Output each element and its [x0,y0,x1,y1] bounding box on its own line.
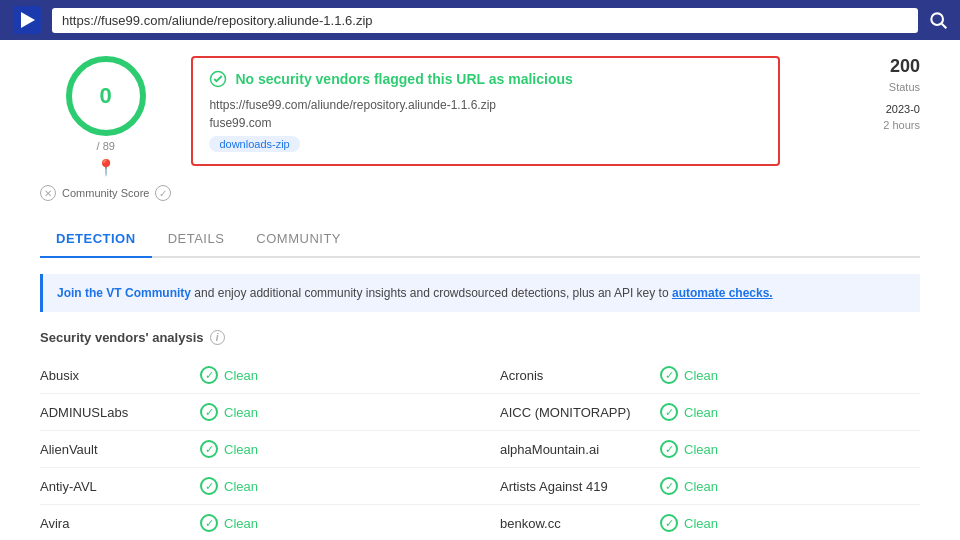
vendor-status: ✓ Clean [660,477,718,495]
date-value: 2023-0 [886,103,920,115]
url-input[interactable] [52,8,918,33]
clean-check-icon: ✓ [660,514,678,532]
table-row: alphaMountain.ai ✓ Clean [480,431,920,468]
vendor-name: AlienVault [40,442,200,457]
safe-message: No security vendors flagged this URL as … [235,71,572,87]
table-row: Artists Against 419 ✓ Clean [480,468,920,505]
vendor-name: alphaMountain.ai [500,442,660,457]
logo-icon [13,6,41,34]
status-label: Status [889,81,920,93]
clean-check-icon: ✓ [200,366,218,384]
vendor-name: Antiy-AVL [40,479,200,494]
table-row: Acronis ✓ Clean [480,357,920,394]
score-denominator: / 89 [97,140,115,152]
section-title: Security vendors' analysis i [40,330,920,345]
community-score-x-icon: ✕ [40,185,56,201]
vendor-name: Artists Against 419 [500,479,660,494]
clean-check-icon: ✓ [660,403,678,421]
info-box-url: https://fuse99.com/aliunde/repository.al… [209,98,762,112]
vendor-status: ✓ Clean [200,440,258,458]
table-row: AICC (MONITORAPP) ✓ Clean [480,394,920,431]
community-score-check-icon: ✓ [155,185,171,201]
table-row: ADMINUSLabs ✓ Clean [40,394,480,431]
svg-line-3 [942,24,947,29]
vendor-name: ADMINUSLabs [40,405,200,420]
score-value: 0 [100,83,112,109]
tab-details[interactable]: DETAILS [152,221,241,258]
info-box-tag[interactable]: downloads-zip [209,136,299,152]
info-box-domain: fuse99.com [209,116,762,130]
vendor-status: ✓ Clean [200,366,258,384]
info-box: No security vendors flagged this URL as … [191,56,780,166]
stats-column: 200 Status 2023-0 2 hours [800,56,920,131]
search-icon [928,10,948,30]
vendor-status: ✓ Clean [660,366,718,384]
vendor-name: AICC (MONITORAPP) [500,405,660,420]
safe-check-icon [209,70,227,88]
logo [12,5,42,35]
clean-check-icon: ✓ [660,477,678,495]
join-vt-community-link[interactable]: Join the VT Community [57,286,191,300]
clean-check-icon: ✓ [200,477,218,495]
main-content: 0 / 89 📍 ✕ Community Score ✓ No security… [0,40,960,540]
security-analysis-section: Security vendors' analysis i Abusix ✓ Cl… [40,330,920,540]
section-title-text: Security vendors' analysis [40,330,204,345]
vendor-name: benkow.cc [500,516,660,531]
table-row: benkow.cc ✓ Clean [480,505,920,540]
svg-point-2 [931,13,943,25]
clean-check-icon: ✓ [660,366,678,384]
community-score-bar: ✕ Community Score ✓ [40,185,171,201]
table-row: AlienVault ✓ Clean [40,431,480,468]
table-row: Avira ✓ Clean [40,505,480,540]
tab-detection[interactable]: DETECTION [40,221,152,258]
clean-check-icon: ✓ [660,440,678,458]
clean-check-icon: ✓ [200,440,218,458]
clean-check-icon: ✓ [200,403,218,421]
info-box-header: No security vendors flagged this URL as … [209,70,762,88]
vendor-name: Avira [40,516,200,531]
vendor-status: ✓ Clean [200,477,258,495]
vendor-status: ✓ Clean [660,514,718,532]
vendor-name: Abusix [40,368,200,383]
location-icon: 📍 [96,158,116,177]
community-score-label: Community Score [62,187,149,199]
status-value: 200 [890,56,920,77]
tabs: DETECTION DETAILS COMMUNITY [40,221,920,258]
table-row: Antiy-AVL ✓ Clean [40,468,480,505]
vendor-status: ✓ Clean [200,403,258,421]
vendor-column-right: Acronis ✓ Clean AICC (MONITORAPP) ✓ Clea… [480,357,920,540]
top-bar [0,0,960,40]
vendor-column-left: Abusix ✓ Clean ADMINUSLabs ✓ Clean Alien… [40,357,480,540]
info-icon: i [210,330,225,345]
date-ago: 2 hours [883,119,920,131]
vendor-status: ✓ Clean [200,514,258,532]
banner-text: and enjoy additional community insights … [191,286,672,300]
tab-community[interactable]: COMMUNITY [240,221,357,258]
vendor-grid: Abusix ✓ Clean ADMINUSLabs ✓ Clean Alien… [40,357,920,540]
community-banner: Join the VT Community and enjoy addition… [40,274,920,312]
automate-checks-link[interactable]: automate checks. [672,286,773,300]
vendor-status: ✓ Clean [660,403,718,421]
table-row: Abusix ✓ Clean [40,357,480,394]
clean-check-icon: ✓ [200,514,218,532]
score-container: 0 / 89 📍 ✕ Community Score ✓ [40,56,171,201]
search-button[interactable] [928,10,948,30]
score-circle: 0 [66,56,146,136]
vendor-status: ✓ Clean [660,440,718,458]
score-row: 0 / 89 📍 ✕ Community Score ✓ No security… [40,56,920,201]
vendor-name: Acronis [500,368,660,383]
